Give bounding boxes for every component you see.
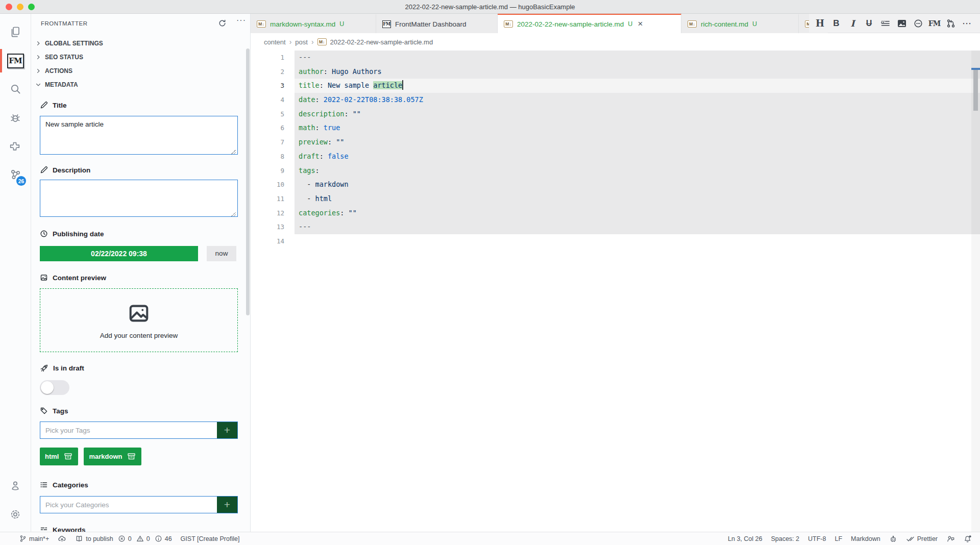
breadcrumb-item-post[interactable]: post [295,38,308,46]
tags-label: Tags [40,407,68,415]
frontmatter-file-icon: FM [382,20,391,28]
editor-line-2[interactable]: 2author: Hugo Authors [251,65,980,79]
line-number: 11 [251,192,284,206]
status-gist[interactable]: GIST [Create Profile] [181,535,240,542]
breadcrumb[interactable]: content›post›M↓2022-02-22-new-sample-art… [251,33,980,51]
resize-handle[interactable] [231,212,236,217]
blockquote-icon[interactable] [879,17,891,30]
activitybar-share[interactable]: 26 [0,161,31,189]
description-input[interactable] [40,180,238,217]
sidebar-scrollbar[interactable] [246,48,250,315]
image-icon [40,274,48,282]
refresh-icon[interactable] [218,19,227,28]
check-all-icon [906,535,915,542]
tab-label: rich-content.md [701,20,748,28]
status-git-branch[interactable]: main*+ [19,535,49,542]
editor-group: M↓markdown-syntax.mdUFMFrontMatter Dashb… [251,14,980,532]
tab-label: markdown-syntax.md [270,20,335,28]
draft-toggle[interactable] [40,380,69,395]
code-editor[interactable]: 1---2author: Hugo Authors3title: New sam… [251,51,980,532]
activitybar-frontmatter[interactable]: FM [0,46,31,75]
heading-icon[interactable]: H [814,17,826,30]
section-label: SEO STATUS [45,54,83,61]
activitybar-explorer[interactable] [0,18,31,46]
section-actions[interactable]: ACTIONS [31,64,250,78]
image-insert-icon[interactable] [896,17,908,30]
status-eol[interactable]: LF [835,535,842,542]
status-formatter[interactable]: Prettier [906,535,938,542]
resize-handle[interactable] [231,150,236,155]
close-tab-icon[interactable]: × [638,19,643,29]
editor-line-8[interactable]: 8draft: false [251,150,980,164]
tab-frontmatter-dashboard[interactable]: FMFrontMatter Dashboard [376,14,498,33]
activitybar-accounts[interactable] [0,472,31,500]
categories-input[interactable] [40,497,217,513]
editor-line-13[interactable]: 13--- [251,220,980,234]
editor-line-6[interactable]: 6math: true [251,121,980,135]
status-publish-sync[interactable] [58,535,66,542]
activitybar-debug[interactable] [0,104,31,132]
status-feedback[interactable] [946,535,955,542]
overview-ruler[interactable] [971,51,980,532]
activitybar-search[interactable] [0,75,31,104]
status-label: LF [835,535,842,542]
publishing-date-button[interactable]: 02/22/2022 09:38 [40,246,198,261]
frontmatter-block-background [295,164,980,178]
status-indentation[interactable]: Spaces: 2 [771,535,799,542]
bold-icon[interactable]: B [830,17,842,30]
status-warnings[interactable]: 0 [136,535,150,542]
status-cursor-position[interactable]: Ln 3, Col 26 [728,535,762,542]
activitybar-settings[interactable] [0,500,31,529]
breadcrumb-item-content[interactable]: content [264,38,286,46]
breadcrumb-file[interactable]: 2022-02-22-new-sample-article.md [330,38,433,46]
status-errors[interactable]: 0 [118,535,132,542]
status-label: UTF-8 [808,535,826,542]
compare-changes-icon[interactable] [945,17,957,30]
strikethrough-icon[interactable]: U [863,17,875,30]
section-metadata[interactable]: METADATA [31,78,250,91]
tag-chip-html[interactable]: html [40,448,78,465]
content-preview-cta: Add your content preview [100,332,178,339]
status-language-mode[interactable]: Markdown [851,535,880,542]
status-infos[interactable]: 46 [155,535,172,542]
tab-rich-content[interactable]: M↓rich-content.mdU [681,14,799,33]
title-input[interactable]: New sample article [40,116,238,155]
activitybar-extensions[interactable] [0,132,31,161]
editor-line-4[interactable]: 4date: 2022-02-22T08:38:38.057Z [251,93,980,107]
section-seo-status[interactable]: SEO STATUS [31,50,250,64]
status-to-publish[interactable]: to publish [75,535,113,542]
status-notifications[interactable] [964,535,972,543]
emoji-icon[interactable] [912,17,924,30]
editor-line-14[interactable]: 14 [251,234,980,249]
tab-markdown-syntax[interactable]: M↓markdown-syntax.mdU [251,14,376,33]
frontmatter-block-background [295,135,980,150]
warning-icon [136,535,144,542]
more-editor-actions-icon[interactable]: ⋯ [961,17,973,30]
now-button[interactable]: now [207,246,236,261]
tags-input[interactable] [40,422,217,438]
frontmatter-action-icon[interactable]: FM [928,17,940,30]
editor-line-9[interactable]: 9tags: [251,164,980,178]
editor-line-7[interactable]: 7preview: "" [251,135,980,150]
status-label: 0 [128,535,132,542]
add-tag-button[interactable]: + [217,422,237,438]
editor-line-10[interactable]: 10 - markdown [251,178,980,192]
tag-chip-markdown[interactable]: markdown [84,448,141,465]
editor-line-1[interactable]: 1--- [251,51,980,65]
add-category-button[interactable]: + [217,497,237,513]
status-robot[interactable] [889,535,897,543]
tab-new-sample-article[interactable]: M↓2022-02-22-new-sample-article.mdU× [498,14,681,33]
italic-icon[interactable]: I [847,17,859,30]
content-preview-dropzone[interactable]: Add your content preview [40,288,238,352]
archive-icon[interactable] [63,452,73,461]
status-encoding[interactable]: UTF-8 [808,535,826,542]
editor-line-3[interactable]: 3title: New sample article [251,79,980,93]
editor-line-5[interactable]: 5description: "" [251,107,980,121]
archive-icon[interactable] [127,452,136,461]
editor-line-11[interactable]: 11 - html [251,192,980,206]
line-content: categories: "" [299,206,357,220]
line-content: date: 2022-02-22T08:38:38.057Z [299,93,423,107]
section-global-settings[interactable]: GLOBAL SETTINGS [31,36,250,50]
editor-line-12[interactable]: 12categories: "" [251,206,980,220]
more-actions-icon[interactable]: ··· [236,16,246,25]
